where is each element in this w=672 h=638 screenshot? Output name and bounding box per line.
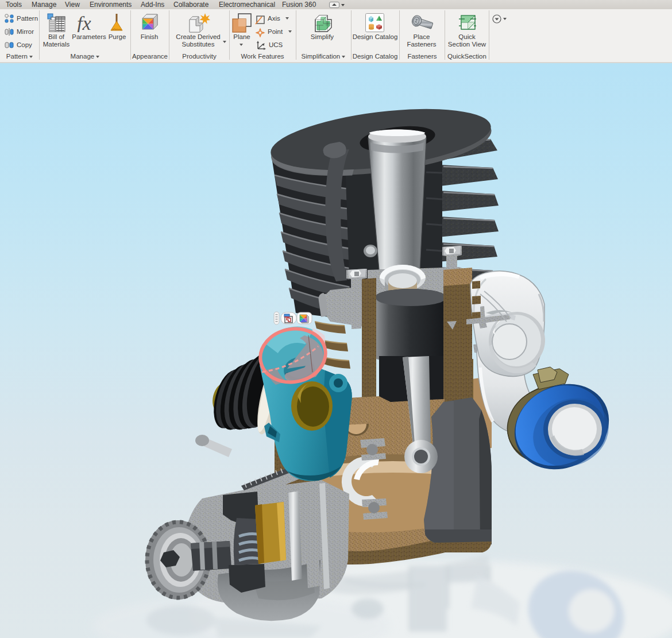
svg-text:fx: fx xyxy=(77,15,91,32)
